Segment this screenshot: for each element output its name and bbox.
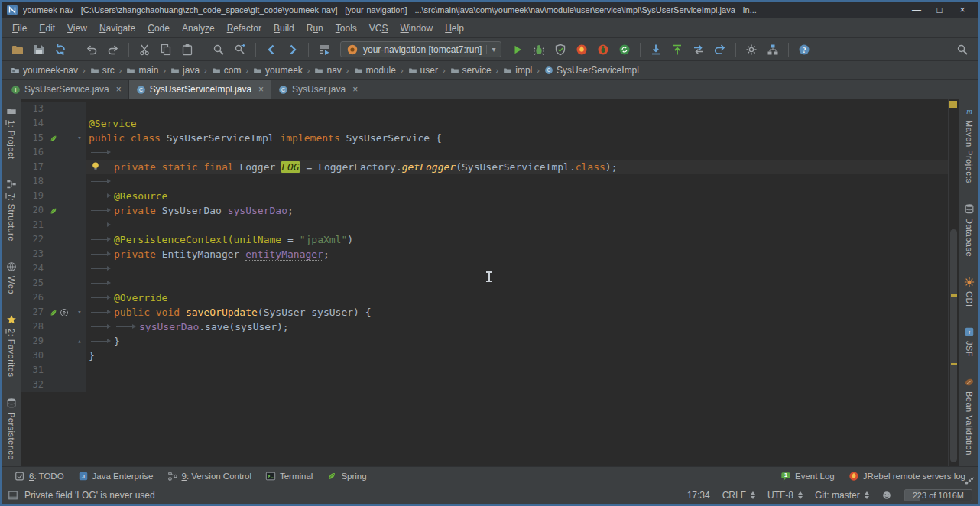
vcs-commit-icon[interactable] (667, 41, 687, 59)
line-number[interactable]: 13 (21, 102, 47, 116)
toolwindow-button-maven-projects[interactable]: mMaven Projects (964, 105, 975, 183)
jrebel-debug-icon[interactable] (593, 41, 613, 59)
find-icon[interactable] (209, 41, 229, 59)
line-number[interactable]: 18 (21, 174, 47, 189)
menu-refactor[interactable]: Refactor (221, 20, 268, 37)
synchronize-icon[interactable] (50, 41, 70, 59)
line-number[interactable]: 20 (21, 203, 47, 218)
memory-indicator[interactable]: 223 of 1016M (904, 489, 972, 501)
code-editor[interactable]: 1314@Service15▾public class SysUserServi… (21, 99, 959, 466)
close-tab-icon[interactable]: × (258, 85, 264, 94)
breadcrumb-item-com[interactable]: com (210, 64, 243, 76)
save-all-icon[interactable] (29, 41, 49, 59)
menu-code[interactable]: Code (141, 20, 176, 37)
compile-icon[interactable] (314, 41, 334, 59)
fold-marker[interactable]: ▾ (75, 305, 84, 319)
editor-tab-sysuserserviceimpl-java[interactable]: CSysUserServiceImpl.java× (129, 80, 271, 99)
project-structure-icon[interactable] (763, 41, 783, 59)
line-number[interactable]: 16 (21, 145, 47, 160)
line-separator-widget[interactable]: CRLF (722, 490, 755, 501)
line-number[interactable]: 31 (21, 363, 47, 378)
line-number[interactable]: 32 (21, 378, 47, 392)
line-number[interactable]: 21 (21, 218, 47, 232)
breadcrumb-item-youmeek-nav[interactable]: youmeek-nav (9, 64, 80, 76)
toolwindow-button-2-favorites[interactable]: 2: Favorites (6, 314, 17, 377)
minimize-button[interactable]: — (905, 2, 928, 18)
line-number[interactable]: 28 (21, 319, 47, 334)
toolwindow-button-1-project[interactable]: 1: Project (6, 105, 17, 159)
vcs-update-icon[interactable] (646, 41, 666, 59)
error-stripe-file-indicator[interactable] (949, 101, 957, 108)
debug-icon[interactable] (529, 41, 549, 59)
undo-icon[interactable] (82, 41, 102, 59)
menu-window[interactable]: Window (394, 20, 439, 37)
jrebel-sync-icon[interactable] (615, 41, 634, 59)
menu-vcs[interactable]: VCS (363, 20, 394, 37)
line-number[interactable]: 27 (21, 305, 47, 319)
breadcrumb-item-service[interactable]: service (449, 64, 493, 76)
scrollbar-thumb[interactable] (950, 229, 957, 462)
breadcrumb-item-nav[interactable]: nav (313, 64, 342, 76)
coverage-icon[interactable] (550, 41, 570, 59)
menu-navigate[interactable]: Navigate (93, 20, 141, 37)
line-number[interactable]: 24 (21, 261, 47, 276)
nav-forward-icon[interactable] (283, 41, 303, 59)
editor-tab-sysuserservice-java[interactable]: ISysUserService.java× (4, 80, 129, 99)
toolwindow-button-cdi[interactable]: CDI (964, 277, 975, 307)
menu-run[interactable]: Run (300, 20, 329, 37)
fold-marker[interactable]: ▴ (75, 334, 84, 349)
toolwindow-button-spring[interactable]: Spring (320, 469, 373, 483)
editor-tab-sysuser-java[interactable]: CSysUser.java× (271, 80, 365, 99)
breadcrumb-item-youmeek[interactable]: youmeek (251, 64, 304, 76)
fold-marker[interactable]: ▾ (75, 131, 84, 145)
line-number[interactable]: 17 (21, 160, 47, 174)
toolwindow-button-web[interactable]: Web (6, 261, 17, 294)
close-tab-icon[interactable]: × (352, 85, 358, 94)
line-number[interactable]: 22 (21, 232, 47, 247)
toolwindow-button-6-todo[interactable]: 6: TODO (8, 469, 71, 483)
toolwindow-button-persistence[interactable]: Persistence (6, 397, 17, 460)
caret-position-widget[interactable]: 17:34 (687, 490, 710, 501)
breadcrumb-item-sysuserserviceimpl[interactable]: CSysUserServiceImpl (543, 64, 641, 76)
open-folder-icon[interactable] (8, 41, 28, 59)
toolwindow-button-7-structure[interactable]: 7: Structure (6, 179, 17, 242)
toolwindow-button-terminal[interactable]: Terminal (258, 469, 320, 483)
breadcrumb-item-src[interactable]: src (89, 64, 116, 76)
toolwindow-button-bean-validation[interactable]: Bean Validation (964, 377, 975, 456)
spring-bean-icon[interactable] (49, 206, 58, 216)
breadcrumb-item-java[interactable]: java (169, 64, 201, 76)
line-number[interactable]: 14 (21, 116, 47, 131)
toolwindow-button-jsf[interactable]: fJSF (964, 326, 975, 357)
close-tab-icon[interactable]: × (116, 85, 122, 94)
menu-tools[interactable]: Tools (329, 20, 363, 37)
title-bar[interactable]: youmeek-nav - [C:\Users\zhangchaohuang\z… (2, 2, 978, 18)
line-number[interactable]: 29 (21, 334, 47, 349)
line-number[interactable]: 26 (21, 290, 47, 305)
line-number[interactable]: 23 (21, 247, 47, 261)
settings-icon[interactable] (741, 41, 761, 59)
menu-view[interactable]: View (61, 20, 93, 37)
search-everywhere-icon[interactable] (952, 41, 972, 59)
cut-icon[interactable] (135, 41, 154, 59)
menu-help[interactable]: Help (439, 20, 470, 37)
toolwindow-button-database[interactable]: Database (964, 203, 975, 257)
menu-analyze[interactable]: Analyze (176, 20, 221, 37)
spring-bean-icon[interactable] (49, 308, 58, 317)
spring-bean-icon[interactable] (49, 134, 58, 143)
vcs-revert-icon[interactable] (710, 41, 730, 59)
vcs-branch-widget[interactable]: Git: master (815, 490, 869, 501)
menu-edit[interactable]: Edit (33, 20, 61, 37)
breadcrumb-item-module[interactable]: module (352, 64, 398, 76)
hector-icon[interactable] (881, 490, 892, 501)
error-stripe-mark[interactable] (951, 363, 957, 365)
breadcrumb-item-user[interactable]: user (407, 64, 440, 76)
toolwindow-toggle-icon[interactable] (8, 490, 18, 501)
encoding-widget[interactable]: UTF-8 (767, 490, 803, 501)
close-button[interactable]: × (951, 2, 974, 18)
redo-icon[interactable] (103, 41, 123, 59)
toolwindow-button-jrebel-remote-servers-log[interactable]: JRebel remote servers log (842, 469, 972, 483)
breadcrumb-item-impl[interactable]: impl (501, 64, 534, 76)
line-number[interactable]: 30 (21, 349, 47, 363)
intention-bulb-icon[interactable] (89, 160, 114, 174)
maximize-button[interactable]: □ (928, 2, 951, 18)
